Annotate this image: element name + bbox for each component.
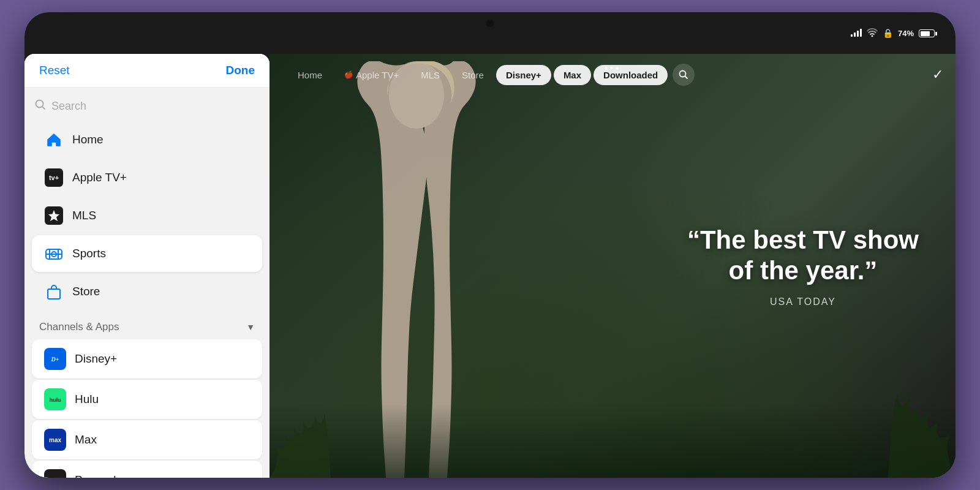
channel-max-label: Max bbox=[75, 433, 97, 447]
channels-section-header[interactable]: Channels & Apps ▼ bbox=[24, 311, 270, 338]
tab-disney-plus[interactable]: Disney+ bbox=[496, 65, 551, 85]
wifi-icon bbox=[867, 28, 878, 39]
svg-text:max: max bbox=[49, 437, 61, 443]
search-row[interactable]: Search bbox=[24, 92, 270, 120]
main-content: Reset Done Search bbox=[24, 54, 956, 478]
channels-chevron-icon: ▼ bbox=[246, 322, 255, 332]
sidebar-item-store[interactable]: Store bbox=[32, 273, 262, 310]
hero-quote: “The best TV show of the year.” bbox=[687, 225, 919, 287]
svg-text:D+: D+ bbox=[51, 356, 59, 363]
sidebar-scroll: Search Home tv+ Apple TV+ bbox=[24, 88, 270, 478]
svg-text:hulu: hulu bbox=[50, 397, 61, 403]
top-nav: Home 🍎 Apple TV+ MLS Store Disney+ Max D… bbox=[270, 54, 956, 96]
done-button[interactable]: Done bbox=[226, 64, 255, 77]
svg-text:P: P bbox=[53, 477, 57, 478]
peacock-icon: P bbox=[44, 469, 66, 478]
sidebar-item-mls-label: MLS bbox=[72, 209, 96, 222]
home-icon bbox=[44, 130, 64, 149]
channel-hulu-label: Hulu bbox=[75, 393, 99, 406]
appletv-small-icon: 🍎 bbox=[344, 70, 353, 79]
tab-home[interactable]: Home bbox=[288, 65, 332, 85]
hero-attribution: USA TODAY bbox=[687, 296, 919, 307]
signal-icon bbox=[851, 28, 862, 39]
tab-mls[interactable]: MLS bbox=[411, 65, 450, 85]
sidebar-item-home[interactable]: Home bbox=[32, 121, 262, 158]
checkmark-button[interactable]: ✓ bbox=[932, 67, 943, 83]
sidebar-item-sports-label: Sports bbox=[72, 247, 106, 260]
sidebar-item-mls[interactable]: MLS bbox=[32, 197, 262, 234]
channel-item-hulu[interactable]: hulu Hulu bbox=[32, 380, 262, 419]
sidebar-item-sports[interactable]: Sports bbox=[32, 235, 262, 272]
store-icon bbox=[44, 282, 64, 301]
tab-appletv[interactable]: 🍎 Apple TV+ bbox=[334, 65, 409, 85]
svg-marker-1 bbox=[48, 210, 59, 221]
hulu-icon: hulu bbox=[44, 388, 66, 410]
hero-text-block: “The best TV show of the year.” USA TODA… bbox=[687, 225, 919, 307]
sidebar-item-appletv-label: Apple TV+ bbox=[72, 171, 127, 184]
mls-icon bbox=[44, 206, 64, 225]
channel-peacock-label: Peacock bbox=[75, 473, 119, 478]
sports-icon bbox=[44, 244, 64, 263]
tab-max[interactable]: Max bbox=[554, 65, 591, 85]
sidebar-item-appletv[interactable]: tv+ Apple TV+ bbox=[32, 159, 262, 196]
reset-button[interactable]: Reset bbox=[39, 64, 70, 77]
lock-icon: 🔒 bbox=[883, 28, 893, 38]
sidebar-header: Reset Done bbox=[24, 54, 270, 88]
battery-icon bbox=[919, 29, 937, 38]
battery-percentage: 74% bbox=[898, 29, 914, 38]
tablet-frame: 🔒 74% Reset Done bbox=[24, 12, 956, 478]
channel-item-peacock[interactable]: P Peacock bbox=[32, 461, 262, 478]
tab-downloaded[interactable]: Downloaded bbox=[594, 65, 668, 85]
search-button[interactable] bbox=[673, 64, 695, 86]
channels-section-label: Channels & Apps bbox=[39, 321, 119, 333]
search-icon bbox=[34, 99, 47, 114]
channel-item-max[interactable]: max Max bbox=[32, 420, 262, 459]
sidebar-item-home-label: Home bbox=[72, 133, 104, 146]
tab-store[interactable]: Store bbox=[452, 65, 494, 85]
appletv-icon: tv+ bbox=[44, 168, 64, 187]
channel-disney-label: Disney+ bbox=[75, 352, 117, 366]
channel-item-disney[interactable]: D+ Disney+ bbox=[32, 339, 262, 379]
search-label: Search bbox=[51, 100, 86, 113]
content-area: “The best TV show of the year.” USA TODA… bbox=[270, 54, 956, 478]
svg-rect-4 bbox=[48, 289, 60, 299]
status-bar: 🔒 74% bbox=[24, 12, 956, 54]
sidebar-item-store-label: Store bbox=[72, 285, 100, 298]
disney-plus-icon: D+ bbox=[44, 348, 66, 370]
max-icon: max bbox=[44, 429, 66, 451]
sidebar: Reset Done Search bbox=[24, 54, 270, 478]
